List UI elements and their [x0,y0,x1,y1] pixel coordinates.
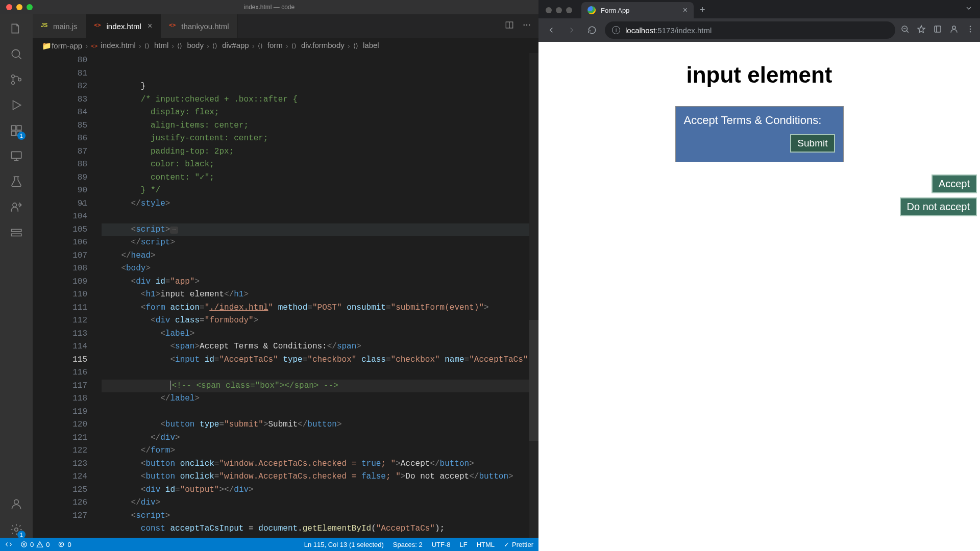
browser-close-button[interactable] [546,7,552,13]
code-line[interactable]: display: flex; [102,106,538,119]
code-line[interactable]: <script>⋯ [102,223,538,237]
code-line[interactable]: <script> [102,510,538,523]
chevron-right-icon: › [139,41,141,50]
code-line[interactable]: </script> [102,236,538,249]
breadcrumb-item[interactable]: <> index.html [91,41,136,50]
more-actions-icon[interactable] [522,20,531,32]
breadcrumb[interactable]: 📁 form-app›<> index.html›⟨⟩ html›⟨⟩ body… [33,38,538,53]
close-tab-icon[interactable]: × [683,6,688,15]
code-line[interactable]: <h1>input element</h1> [102,288,538,302]
browser-tab[interactable]: Form App × [581,2,694,18]
code-line[interactable]: padding-top: 2px; [102,145,538,159]
live-share-icon[interactable] [8,199,24,215]
profile-avatar-icon[interactable] [949,24,959,36]
code-line[interactable]: <button onclick="window.AcceptTaCs.check… [102,470,538,484]
code-line[interactable] [102,406,538,419]
code-line[interactable]: <div class="formbody"> [102,314,538,328]
code-line[interactable]: <!-- <span class="box"></span> --> [102,380,538,393]
code-line[interactable]: </style> [102,197,538,211]
breadcrumb-item[interactable]: ⟨⟩ div.formbody [291,41,345,50]
code-line[interactable]: justify-content: center; [102,132,538,145]
browser-maximize-button[interactable] [566,7,572,13]
code-line[interactable]: <div id="app"> [102,276,538,289]
code-editor[interactable]: 808182838485868788899091›104105106107108… [33,53,538,538]
source-control-icon[interactable] [8,71,24,88]
code-line[interactable] [102,366,538,380]
remote-explorer-icon[interactable] [8,148,24,164]
code-line[interactable]: align-items: center; [102,119,538,133]
code-line[interactable]: <input id="AcceptTaCs" type="checkbox" c… [102,354,538,367]
formatter[interactable]: ✓ Prettier [504,541,533,548]
accept-button[interactable]: Accept [932,174,977,193]
menu-icon[interactable] [966,24,975,36]
code-line[interactable]: <button onclick="window.AcceptTaCs.check… [102,458,538,471]
extensions-icon[interactable]: 1 [8,122,24,139]
code-line[interactable] [102,210,538,223]
encoding[interactable]: UTF-8 [432,541,451,548]
language-mode[interactable]: HTML [477,541,495,548]
close-tab-icon[interactable]: × [148,21,152,31]
settings-gear-icon[interactable]: 1 [8,521,24,538]
code-line[interactable]: <div id="output"></div> [102,484,538,497]
code-line[interactable]: color: black; [102,158,538,171]
do-not-accept-button[interactable]: Do not accept [900,197,977,216]
forward-button[interactable] [564,22,579,38]
code-line[interactable]: </head> [102,249,538,263]
remote-indicator[interactable] [5,541,12,548]
editor-tab[interactable]: <>index.html× [86,14,161,38]
code-line[interactable]: <label> [102,328,538,341]
site-info-icon[interactable]: i [612,26,620,34]
close-window-button[interactable] [6,4,12,10]
breadcrumb-item[interactable]: ⟨⟩ label [353,41,379,50]
breadcrumb-item[interactable]: ⟨⟩ body [177,41,204,50]
breadcrumb-item[interactable]: ⟨⟩ form [258,41,283,50]
new-tab-button[interactable]: + [694,5,712,18]
eol[interactable]: LF [460,541,468,548]
breadcrumb-item[interactable]: ⟨⟩ html [144,41,169,50]
code-line[interactable]: } */ [102,184,538,197]
submit-button[interactable]: Submit [790,134,835,153]
code-line[interactable]: </form> [102,444,538,458]
code-line[interactable]: content: "✓"; [102,171,538,185]
breadcrumb-item[interactable]: ⟨⟩ div#app [212,41,249,50]
minimize-window-button[interactable] [16,4,22,10]
code-line[interactable]: </label> [102,392,538,406]
maximize-window-button[interactable] [27,4,33,10]
split-editor-icon[interactable] [505,20,514,32]
code-line[interactable]: <body> [102,262,538,276]
code-line[interactable]: <button type="submit">Submit</button> [102,418,538,432]
expand-tabs-icon[interactable] [965,4,980,18]
browser-minimize-button[interactable] [556,7,562,13]
run-debug-icon[interactable] [8,97,24,113]
code-content[interactable]: } /* input:checked + .box::after { displ… [102,53,538,538]
fold-chevron-icon[interactable]: › [80,197,84,211]
code-line[interactable]: <form action="./index.html" method="POST… [102,302,538,315]
search-icon[interactable] [8,46,24,62]
problems-indicator[interactable]: 0 0 [20,541,50,548]
code-line[interactable]: <span>Accept Terms & Conditions:</span> [102,340,538,354]
thunder-client-icon[interactable] [8,224,24,241]
cursor-position[interactable]: Ln 115, Col 13 (1 selected) [304,541,384,548]
reload-button[interactable] [584,22,600,38]
indentation[interactable]: Spaces: 2 [393,541,423,548]
editor-tab[interactable]: <>thankyou.html [161,14,237,38]
code-line[interactable]: /* input:checked + .box::after { [102,93,538,107]
bookmark-star-icon[interactable] [917,24,926,36]
editor-tab[interactable]: JSmain.js [33,14,86,38]
reading-list-icon[interactable] [933,24,942,36]
back-button[interactable] [544,22,559,38]
code-line[interactable]: acceptTaCsInput.addEventListener("change… [102,536,538,538]
terms-label[interactable]: Accept Terms & Conditions: [684,114,835,127]
code-line[interactable]: } [102,80,538,93]
zoom-icon[interactable] [900,24,910,36]
minimap[interactable] [529,53,538,538]
explorer-icon[interactable] [8,20,24,37]
code-line[interactable]: </div> [102,496,538,510]
address-bar[interactable]: i localhost:5173/index.html [605,21,895,39]
code-line[interactable]: </div> [102,432,538,445]
breadcrumb-item[interactable]: 📁 form-app [42,41,82,50]
code-line[interactable]: const acceptTaCsInput = document.getElem… [102,522,538,536]
ports-indicator[interactable]: 0 [58,541,71,548]
testing-icon[interactable] [8,173,24,190]
accounts-icon[interactable] [8,496,24,512]
